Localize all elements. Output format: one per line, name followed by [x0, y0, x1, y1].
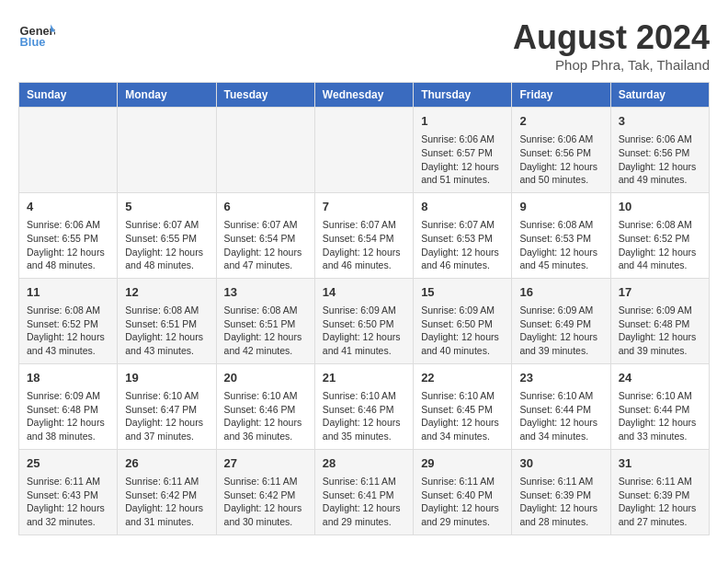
day-number: 2 [519, 113, 602, 130]
calendar-day-cell: 6Sunrise: 6:07 AM Sunset: 6:54 PM Daylig… [216, 192, 314, 278]
day-number: 27 [224, 455, 307, 472]
day-info: Sunrise: 6:10 AM Sunset: 6:47 PM Dayligh… [125, 389, 208, 443]
calendar-table: SundayMondayTuesdayWednesdayThursdayFrid… [18, 82, 710, 535]
calendar-day-cell: 11Sunrise: 6:08 AM Sunset: 6:52 PM Dayli… [19, 278, 118, 363]
day-info: Sunrise: 6:11 AM Sunset: 6:43 PM Dayligh… [27, 475, 109, 529]
day-info: Sunrise: 6:11 AM Sunset: 6:42 PM Dayligh… [224, 475, 307, 529]
calendar-day-cell: 3Sunrise: 6:06 AM Sunset: 6:56 PM Daylig… [610, 108, 709, 193]
calendar-week-row: 25Sunrise: 6:11 AM Sunset: 6:43 PM Dayli… [19, 449, 710, 534]
calendar-day-cell: 22Sunrise: 6:10 AM Sunset: 6:45 PM Dayli… [414, 363, 512, 449]
calendar-day-cell: 15Sunrise: 6:09 AM Sunset: 6:50 PM Dayli… [414, 278, 512, 363]
calendar-day-cell: 14Sunrise: 6:09 AM Sunset: 6:50 PM Dayli… [314, 278, 413, 363]
day-number: 19 [125, 370, 208, 386]
weekday-header: Thursday [414, 83, 512, 108]
day-info: Sunrise: 6:10 AM Sunset: 6:46 PM Dayligh… [224, 389, 307, 443]
title-block: August 2024 Phop Phra, Tak, Thailand [513, 18, 710, 73]
weekday-header-row: SundayMondayTuesdayWednesdayThursdayFrid… [19, 83, 710, 108]
calendar-day-cell: 8Sunrise: 6:07 AM Sunset: 6:53 PM Daylig… [414, 192, 512, 278]
calendar-day-cell: 26Sunrise: 6:11 AM Sunset: 6:42 PM Dayli… [118, 449, 216, 534]
day-number: 16 [519, 284, 602, 301]
day-number: 29 [421, 455, 504, 472]
calendar-day-cell: 17Sunrise: 6:09 AM Sunset: 6:48 PM Dayli… [610, 278, 709, 363]
day-info: Sunrise: 6:09 AM Sunset: 6:48 PM Dayligh… [619, 304, 701, 358]
calendar-week-row: 11Sunrise: 6:08 AM Sunset: 6:52 PM Dayli… [19, 278, 710, 363]
day-number: 28 [323, 455, 405, 472]
day-number: 9 [519, 199, 602, 215]
day-number: 30 [519, 455, 602, 472]
weekday-header: Friday [512, 83, 610, 108]
calendar-day-cell: 16Sunrise: 6:09 AM Sunset: 6:49 PM Dayli… [512, 278, 610, 363]
day-info: Sunrise: 6:10 AM Sunset: 6:46 PM Dayligh… [323, 389, 405, 443]
calendar-day-cell: 20Sunrise: 6:10 AM Sunset: 6:46 PM Dayli… [216, 363, 314, 449]
day-number: 24 [619, 370, 701, 386]
day-number: 14 [323, 284, 405, 301]
calendar-day-cell: 9Sunrise: 6:08 AM Sunset: 6:53 PM Daylig… [512, 192, 610, 278]
day-info: Sunrise: 6:09 AM Sunset: 6:50 PM Dayligh… [323, 304, 405, 358]
calendar-day-cell: 2Sunrise: 6:06 AM Sunset: 6:56 PM Daylig… [512, 108, 610, 193]
calendar-day-cell: 19Sunrise: 6:10 AM Sunset: 6:47 PM Dayli… [118, 363, 216, 449]
calendar-week-row: 1Sunrise: 6:06 AM Sunset: 6:57 PM Daylig… [19, 108, 710, 193]
day-info: Sunrise: 6:07 AM Sunset: 6:54 PM Dayligh… [323, 218, 405, 272]
day-number: 3 [619, 113, 701, 130]
day-number: 18 [27, 370, 109, 386]
day-number: 5 [125, 199, 208, 215]
day-number: 15 [421, 284, 504, 301]
page-header: General Blue August 2024 Phop Phra, Tak,… [18, 18, 710, 73]
day-info: Sunrise: 6:11 AM Sunset: 6:41 PM Dayligh… [323, 475, 405, 529]
calendar-week-row: 18Sunrise: 6:09 AM Sunset: 6:48 PM Dayli… [19, 363, 710, 449]
day-info: Sunrise: 6:09 AM Sunset: 6:50 PM Dayligh… [421, 304, 504, 358]
calendar-day-cell: 18Sunrise: 6:09 AM Sunset: 6:48 PM Dayli… [19, 363, 118, 449]
calendar-day-cell: 13Sunrise: 6:08 AM Sunset: 6:51 PM Dayli… [216, 278, 314, 363]
logo: General Blue [18, 18, 55, 55]
weekday-header: Sunday [19, 83, 118, 108]
calendar-day-cell: 30Sunrise: 6:11 AM Sunset: 6:39 PM Dayli… [512, 449, 610, 534]
calendar-day-cell: 23Sunrise: 6:10 AM Sunset: 6:44 PM Dayli… [512, 363, 610, 449]
day-info: Sunrise: 6:11 AM Sunset: 6:42 PM Dayligh… [125, 475, 208, 529]
weekday-header: Monday [118, 83, 216, 108]
weekday-header: Tuesday [216, 83, 314, 108]
day-info: Sunrise: 6:07 AM Sunset: 6:54 PM Dayligh… [224, 218, 307, 272]
day-info: Sunrise: 6:10 AM Sunset: 6:44 PM Dayligh… [519, 389, 602, 443]
day-info: Sunrise: 6:08 AM Sunset: 6:52 PM Dayligh… [27, 304, 109, 358]
calendar-day-cell: 27Sunrise: 6:11 AM Sunset: 6:42 PM Dayli… [216, 449, 314, 534]
day-info: Sunrise: 6:07 AM Sunset: 6:55 PM Dayligh… [125, 218, 208, 272]
calendar-day-cell: 12Sunrise: 6:08 AM Sunset: 6:51 PM Dayli… [118, 278, 216, 363]
day-info: Sunrise: 6:11 AM Sunset: 6:39 PM Dayligh… [619, 475, 701, 529]
calendar-day-cell: 31Sunrise: 6:11 AM Sunset: 6:39 PM Dayli… [610, 449, 709, 534]
day-number: 12 [125, 284, 208, 301]
day-info: Sunrise: 6:06 AM Sunset: 6:57 PM Dayligh… [421, 132, 504, 187]
day-number: 21 [323, 370, 405, 386]
day-info: Sunrise: 6:06 AM Sunset: 6:55 PM Dayligh… [27, 218, 109, 272]
day-info: Sunrise: 6:07 AM Sunset: 6:53 PM Dayligh… [421, 218, 504, 272]
day-number: 10 [619, 199, 701, 215]
calendar-day-cell [118, 108, 216, 193]
calendar-day-cell: 1Sunrise: 6:06 AM Sunset: 6:57 PM Daylig… [414, 108, 512, 193]
day-info: Sunrise: 6:08 AM Sunset: 6:51 PM Dayligh… [224, 304, 307, 358]
logo-icon: General Blue [18, 18, 55, 55]
month-title: August 2024 [513, 18, 710, 57]
day-number: 4 [27, 199, 109, 215]
day-number: 1 [421, 113, 504, 130]
day-info: Sunrise: 6:09 AM Sunset: 6:48 PM Dayligh… [27, 389, 109, 443]
weekday-header: Saturday [610, 83, 709, 108]
day-info: Sunrise: 6:08 AM Sunset: 6:53 PM Dayligh… [519, 218, 602, 272]
calendar-day-cell: 10Sunrise: 6:08 AM Sunset: 6:52 PM Dayli… [610, 192, 709, 278]
calendar-day-cell [216, 108, 314, 193]
calendar-week-row: 4Sunrise: 6:06 AM Sunset: 6:55 PM Daylig… [19, 192, 710, 278]
day-info: Sunrise: 6:11 AM Sunset: 6:39 PM Dayligh… [519, 475, 602, 529]
day-number: 17 [619, 284, 701, 301]
calendar-day-cell: 7Sunrise: 6:07 AM Sunset: 6:54 PM Daylig… [314, 192, 413, 278]
day-number: 22 [421, 370, 504, 386]
day-info: Sunrise: 6:09 AM Sunset: 6:49 PM Dayligh… [519, 304, 602, 358]
day-number: 20 [224, 370, 307, 386]
calendar-day-cell: 4Sunrise: 6:06 AM Sunset: 6:55 PM Daylig… [19, 192, 118, 278]
day-number: 7 [323, 199, 405, 215]
calendar-day-cell: 25Sunrise: 6:11 AM Sunset: 6:43 PM Dayli… [19, 449, 118, 534]
day-info: Sunrise: 6:10 AM Sunset: 6:44 PM Dayligh… [619, 389, 701, 443]
calendar-day-cell: 29Sunrise: 6:11 AM Sunset: 6:40 PM Dayli… [414, 449, 512, 534]
day-number: 31 [619, 455, 701, 472]
calendar-day-cell [19, 108, 118, 193]
svg-text:Blue: Blue [20, 35, 46, 49]
day-number: 8 [421, 199, 504, 215]
weekday-header: Wednesday [314, 83, 413, 108]
